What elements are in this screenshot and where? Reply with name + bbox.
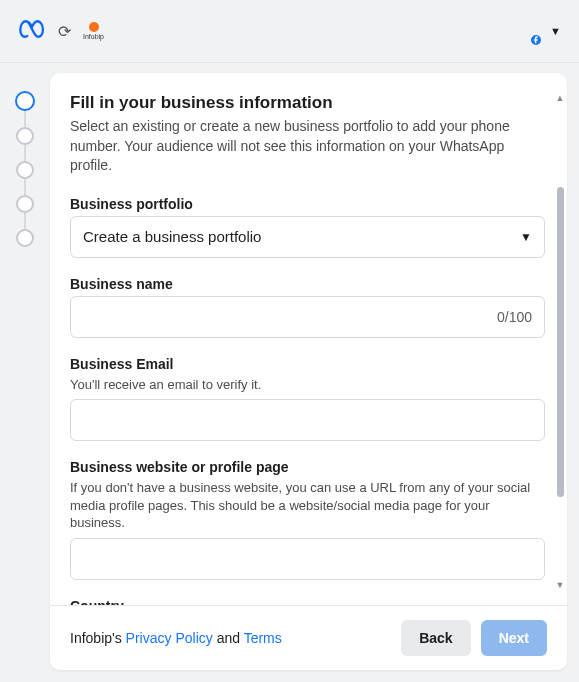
top-bar: ⟳ Infobip ▼	[0, 0, 579, 62]
website-help: If you don't have a business website, yo…	[70, 479, 545, 532]
scroll-thumb[interactable]	[557, 187, 564, 497]
portfolio-select-value: Create a business portfolio	[83, 228, 261, 245]
scroll-up-icon[interactable]: ▲	[556, 93, 565, 103]
vendor-chip: Infobip	[83, 22, 104, 40]
portfolio-select[interactable]: Create a business portfolio ▼	[70, 216, 545, 258]
privacy-policy-link[interactable]: Privacy Policy	[126, 630, 213, 646]
scroll-down-icon[interactable]: ▼	[556, 580, 565, 590]
account-menu-caret-icon[interactable]: ▼	[550, 25, 561, 37]
chevron-down-icon: ▼	[520, 230, 532, 244]
step-5	[16, 229, 34, 247]
website-input[interactable]	[70, 538, 545, 580]
form-card: Fill in your business information Select…	[50, 73, 567, 670]
vendor-label: Infobip	[83, 33, 104, 40]
scrollbar[interactable]: ▲ ▼	[553, 93, 567, 590]
footer-prefix: Infobip's	[70, 630, 126, 646]
back-button[interactable]: Back	[401, 620, 470, 656]
business-email-help: You'll receive an email to verify it.	[70, 376, 545, 394]
page-subtitle: Select an existing or create a new busin…	[70, 117, 545, 176]
country-label: Country	[70, 598, 545, 605]
next-button[interactable]: Next	[481, 620, 547, 656]
business-name-input[interactable]: 0/100	[70, 296, 545, 338]
refresh-icon[interactable]: ⟳	[58, 22, 71, 41]
portfolio-label: Business portfolio	[70, 196, 545, 212]
vendor-dot-icon	[89, 22, 99, 32]
page-title: Fill in your business information	[70, 93, 545, 113]
business-email-input[interactable]	[70, 399, 545, 441]
business-name-label: Business name	[70, 276, 545, 292]
footer-legal: Infobip's Privacy Policy and Terms	[70, 630, 282, 646]
business-email-label: Business Email	[70, 356, 545, 372]
step-2	[16, 127, 34, 145]
website-label: Business website or profile page	[70, 459, 545, 475]
card-footer: Infobip's Privacy Policy and Terms Back …	[50, 605, 567, 670]
terms-link[interactable]: Terms	[244, 630, 282, 646]
account-avatar[interactable]	[514, 18, 540, 44]
footer-join: and	[213, 630, 244, 646]
progress-stepper	[14, 91, 36, 247]
step-4	[16, 195, 34, 213]
business-name-counter: 0/100	[497, 309, 532, 325]
step-1	[15, 91, 35, 111]
step-3	[16, 161, 34, 179]
meta-logo-icon	[18, 15, 46, 47]
facebook-badge-icon	[529, 33, 543, 47]
